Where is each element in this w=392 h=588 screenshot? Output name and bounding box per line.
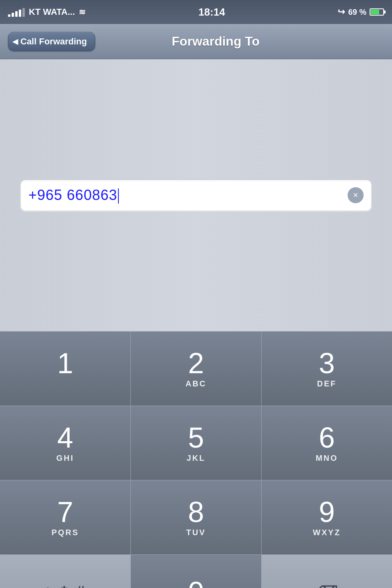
keypad-row-2: 4 GHI 5 JKL 6 MNO [0,406,392,480]
signal-bar-3 [15,11,18,17]
clear-button[interactable]: × [348,187,364,203]
key-1[interactable]: 1 [0,332,131,406]
keypad: 1 2 ABC 3 DEF 4 GHI 5 JKL 6 MNO 7 PQRS [0,331,392,588]
key-0-number: 0 [188,578,204,588]
battery-fill [371,10,379,14]
key-5[interactable]: 5 JKL [131,406,262,480]
phone-number-value: +965 660863 [28,187,117,203]
keypad-row-3: 7 PQRS 8 TUV 9 WXYZ [0,480,392,554]
key-4-letters: GHI [56,454,74,463]
key-7[interactable]: 7 PQRS [0,480,131,554]
key-5-letters: JKL [187,454,206,463]
status-right: ↪ 69 % [338,7,384,17]
key-0[interactable]: 0 [131,555,262,588]
key-9-letters: WXYZ [313,528,341,537]
key-delete[interactable]: ⌫ [262,555,392,588]
key-4-number: 4 [57,423,73,452]
key-8-number: 8 [188,498,204,526]
clear-icon: × [353,190,358,200]
battery-icon [370,8,384,16]
key-2-letters: ABC [186,379,206,388]
status-time: 18:14 [198,6,225,18]
key-5-number: 5 [188,423,204,452]
key-3-number: 3 [319,349,335,378]
back-button[interactable]: Call Forwarding [8,32,95,51]
key-8[interactable]: 8 TUV [131,480,262,554]
signal-bar-2 [12,13,14,17]
keypad-row-1: 1 2 ABC 3 DEF [0,331,392,406]
key-7-number: 7 [57,498,73,526]
nav-bar: Call Forwarding Forwarding To [0,24,392,59]
signal-bar-1 [8,14,10,17]
key-6[interactable]: 6 MNO [262,406,392,480]
status-bar: KT WATA... ≋ 18:14 ↪ 69 % [0,0,392,24]
key-3-letters: DEF [317,379,337,388]
key-symbols[interactable]: + * # [0,555,131,588]
text-cursor [118,188,119,204]
phone-input-text[interactable]: +965 660863 [28,187,348,204]
forward-arrow-icon: ↪ [338,7,345,17]
key-9[interactable]: 9 WXYZ [262,480,392,554]
key-1-number: 1 [57,349,73,378]
key-6-number: 6 [319,423,335,452]
key-9-number: 9 [319,498,335,526]
nav-title: Forwarding To [95,34,336,49]
battery-container [370,8,384,16]
key-3[interactable]: 3 DEF [262,332,392,406]
key-6-letters: MNO [316,454,338,463]
phone-input-container[interactable]: +965 660863 × [20,179,372,211]
key-1-letters [64,379,67,388]
signal-bar-4 [19,10,21,17]
key-symbols-label: + * # [43,583,87,588]
signal-bar-5 [22,8,25,17]
wifi-icon: ≋ [79,7,86,17]
key-7-letters: PQRS [52,528,79,537]
key-2-number: 2 [188,349,204,378]
delete-icon: ⌫ [316,583,338,588]
content-area: +965 660863 × [0,59,392,331]
battery-percent: 69 % [348,8,366,17]
keypad-row-bottom: + * # 0 ⌫ [0,554,392,588]
key-4[interactable]: 4 GHI [0,406,131,480]
carrier-text: KT WATA... [29,7,75,17]
key-8-letters: TUV [186,528,206,537]
signal-bars [8,7,25,17]
key-2[interactable]: 2 ABC [131,332,262,406]
status-left: KT WATA... ≋ [8,7,86,17]
